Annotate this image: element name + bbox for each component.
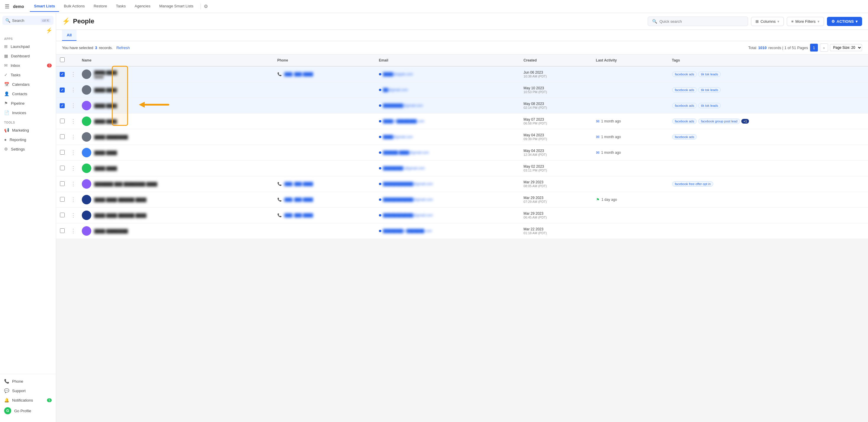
- col-actions: [68, 54, 78, 66]
- nav-manage-smart-lists[interactable]: Manage Smart Lists: [155, 1, 197, 12]
- tag[interactable]: facebook ads: [672, 103, 697, 108]
- sidebar-search[interactable]: 🔍 Search ctrl K: [2, 16, 54, 25]
- more-dots-icon[interactable]: ⋮: [69, 134, 77, 140]
- next-page-button[interactable]: ›: [820, 44, 828, 52]
- row-checkbox[interactable]: [60, 181, 65, 186]
- row-checkbox[interactable]: [60, 150, 65, 154]
- row-checkbox[interactable]: [60, 228, 65, 233]
- select-all-checkbox[interactable]: [60, 57, 65, 62]
- activity-email-icon: ✉: [596, 135, 599, 139]
- columns-button[interactable]: ⊞ Columns ▾: [751, 17, 784, 26]
- prev-page-button[interactable]: 1: [810, 44, 818, 52]
- tag[interactable]: facebook ads: [672, 119, 697, 124]
- sidebar-item-calendars[interactable]: 📅 Calendars: [0, 80, 56, 89]
- more-dots-icon[interactable]: ⋮: [69, 150, 77, 156]
- col-email-header[interactable]: Email: [375, 54, 520, 66]
- row-checkbox[interactable]: [60, 119, 65, 123]
- more-filters-button[interactable]: ≡ More Filters ▾: [787, 17, 824, 26]
- more-dots-icon[interactable]: ⋮: [69, 103, 77, 109]
- more-dots-icon[interactable]: ⋮: [69, 118, 77, 124]
- sidebar-item-phone[interactable]: 📞 Phone: [0, 376, 56, 386]
- checkbox-checked[interactable]: ✓: [60, 72, 65, 77]
- tag[interactable]: tik tok leads: [698, 72, 721, 77]
- search-kbd: ctrl K: [41, 19, 51, 23]
- nav-restore[interactable]: Restore: [90, 1, 111, 12]
- nav-tasks[interactable]: Tasks: [112, 1, 130, 12]
- created-date: Jun 06 2023: [524, 71, 589, 75]
- inbox-icon: ✉: [4, 63, 8, 68]
- page-title: People: [73, 18, 94, 25]
- page-size-select[interactable]: Page Size: 20: [830, 44, 862, 51]
- sidebar-item-tasks[interactable]: ✓ Tasks: [0, 70, 56, 80]
- checkbox-checked[interactable]: ✓: [60, 87, 65, 92]
- contact-name: ████ ████ ██████ ████: [94, 198, 147, 202]
- tag[interactable]: tik tok leads: [698, 103, 721, 108]
- more-dots-icon[interactable]: ⋮: [69, 71, 77, 77]
- activity-cell: [592, 207, 668, 223]
- sidebar-item-marketing[interactable]: 📢 Marketing: [0, 125, 56, 135]
- more-dots-icon[interactable]: ⋮: [69, 212, 77, 218]
- flash-icon[interactable]: ⚡: [46, 27, 52, 34]
- sidebar-item-invoices[interactable]: 📄 Invoices: [0, 108, 56, 117]
- name-cell: ████ ████ ██████ ████: [78, 192, 274, 207]
- tag[interactable]: facebook ads: [672, 134, 697, 140]
- actions-button[interactable]: ⚙ ACTIONS ▾: [827, 17, 862, 26]
- row-checkbox[interactable]: [60, 213, 65, 217]
- sidebar-item-pipeline[interactable]: ⚑ Pipeline: [0, 99, 56, 108]
- sidebar-label-pipeline: Pipeline: [11, 101, 25, 106]
- header-actions: 🔍 ⊞ Columns ▾ ≡ More Filters ▾ ⚙ ACTIONS…: [648, 17, 862, 26]
- nav-smart-lists[interactable]: Smart Lists: [30, 1, 59, 12]
- sidebar-item-settings[interactable]: ⚙ Settings: [0, 144, 56, 154]
- checkbox-checked[interactable]: ✓: [60, 103, 65, 108]
- email-dot-icon: [379, 120, 381, 122]
- tab-all[interactable]: All: [62, 30, 76, 41]
- row-checkbox[interactable]: [60, 197, 65, 202]
- nav-bulk-actions[interactable]: Bulk Actions: [60, 1, 89, 12]
- quick-search-box[interactable]: 🔍: [648, 17, 748, 26]
- settings-nav-icon[interactable]: ⚙: [204, 4, 208, 9]
- sidebar: 🔍 Search ctrl K ⚡ Apps ⊞ Launchpad ▦ Das…: [0, 13, 56, 422]
- row-checkbox[interactable]: [60, 166, 65, 170]
- more-dots-icon[interactable]: ⋮: [69, 228, 77, 234]
- tag[interactable]: facebook ads: [672, 87, 697, 92]
- avatar: [82, 195, 91, 204]
- phone-cell: [274, 98, 375, 114]
- tag[interactable]: facebook free offer opt in: [672, 181, 714, 187]
- row-checkbox[interactable]: [60, 134, 65, 139]
- col-phone-header[interactable]: Phone: [274, 54, 375, 66]
- email-dot-icon: [379, 89, 381, 91]
- tag[interactable]: tik tok leads: [698, 87, 721, 92]
- more-dots-icon[interactable]: ⋮: [69, 165, 77, 171]
- tag[interactable]: facebook ads: [672, 72, 697, 77]
- name-cell: ████ ████ ██████ ████: [78, 207, 274, 223]
- quick-search-input[interactable]: [659, 19, 744, 24]
- sidebar-item-support[interactable]: 💬 Support: [0, 386, 56, 395]
- sidebar-item-dashboard[interactable]: ▦ Dashboard: [0, 51, 56, 61]
- more-filters-label: More Filters: [795, 19, 816, 24]
- page-info: records | 1 of 51 Pages: [769, 46, 808, 50]
- more-dots-icon[interactable]: ⋮: [69, 197, 77, 203]
- col-activity-header[interactable]: Last Activity: [592, 54, 668, 66]
- col-created-header[interactable]: Created: [520, 54, 592, 66]
- more-dots-icon[interactable]: ⋮: [69, 87, 77, 93]
- sidebar-item-go-profile[interactable]: G Go Profile: [0, 405, 56, 417]
- more-dots-icon[interactable]: ⋮: [69, 181, 77, 187]
- selected-suffix: records.: [99, 46, 113, 50]
- refresh-button[interactable]: Refresh: [116, 46, 130, 50]
- name-cell: ████ ████: [78, 161, 274, 176]
- hamburger-icon[interactable]: ☰: [5, 3, 9, 10]
- sidebar-item-contacts[interactable]: 👤 Contacts: [0, 89, 56, 99]
- table-row: ✓⋮ ████ ████ ████████@gmail.comMay 08 20…: [56, 98, 868, 114]
- sidebar-item-reporting[interactable]: ● Reporting: [0, 135, 56, 144]
- nav-agencies[interactable]: Agencies: [130, 1, 154, 12]
- sidebar-item-notifications[interactable]: 🔔 Notifications 5: [0, 395, 56, 405]
- sidebar-item-launchpad[interactable]: ⊞ Launchpad: [0, 42, 56, 51]
- tag[interactable]: facebook group post lead: [698, 119, 740, 124]
- notifications-badge: 5: [47, 398, 52, 402]
- col-name-header[interactable]: Name: [78, 54, 274, 66]
- sidebar-item-inbox[interactable]: ✉ Inbox 0: [0, 61, 56, 70]
- created-time: 12:34 AM (PDT): [524, 153, 589, 157]
- tag-more[interactable]: +1: [741, 119, 749, 123]
- phone-cell: 📞(███) ███-████: [274, 66, 375, 82]
- phone-cell-icon: 📞: [277, 72, 282, 76]
